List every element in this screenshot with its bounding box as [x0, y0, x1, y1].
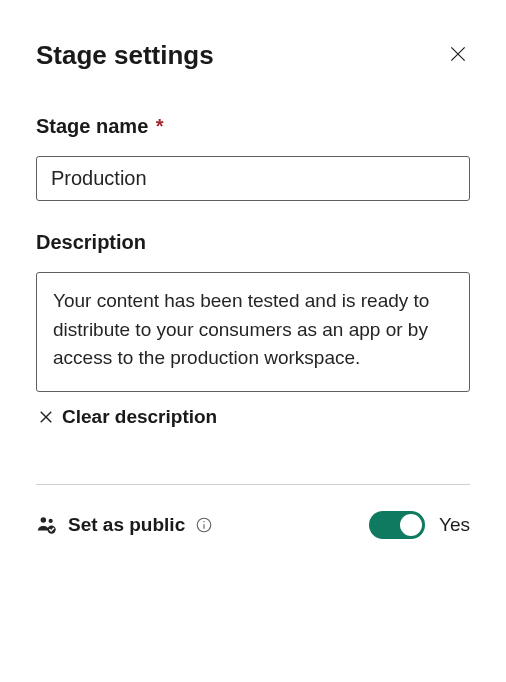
clear-description-button[interactable]: Clear description: [36, 406, 470, 428]
stage-name-label-text: Stage name: [36, 115, 148, 137]
stage-name-input[interactable]: [36, 156, 470, 201]
toggle-thumb: [400, 514, 422, 536]
people-icon: [36, 514, 58, 536]
set-as-public-toggle[interactable]: [369, 511, 425, 539]
set-as-public-label: Set as public: [68, 514, 185, 536]
close-icon: [36, 407, 56, 427]
divider: [36, 484, 470, 485]
description-textarea[interactable]: Your content has been tested and is read…: [36, 272, 470, 392]
description-label: Description: [36, 231, 470, 254]
info-icon[interactable]: [195, 516, 213, 534]
clear-description-label: Clear description: [62, 406, 217, 428]
close-icon: [448, 44, 468, 67]
svg-point-5: [49, 519, 53, 523]
svg-point-4: [41, 517, 47, 523]
toggle-state-label: Yes: [439, 514, 470, 536]
svg-point-9: [204, 521, 205, 522]
page-title: Stage settings: [36, 40, 214, 71]
stage-name-label: Stage name *: [36, 115, 470, 138]
required-indicator: *: [150, 115, 163, 137]
close-button[interactable]: [446, 44, 470, 68]
